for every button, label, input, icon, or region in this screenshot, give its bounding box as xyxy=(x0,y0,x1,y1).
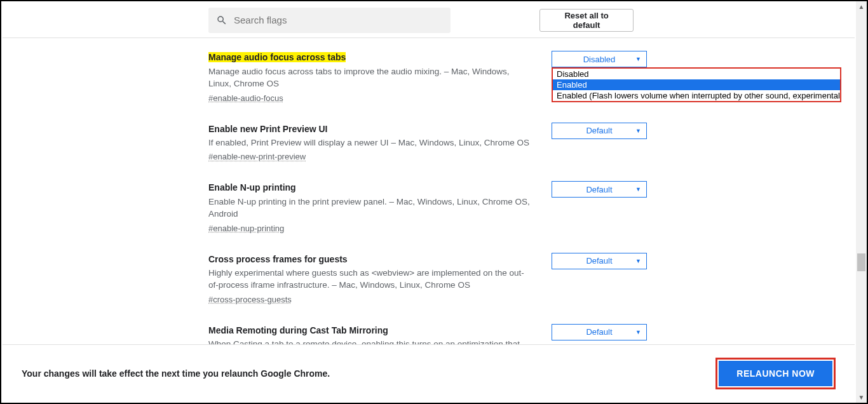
select-value: Default xyxy=(586,185,612,194)
flag-select-wrap: Default ▼ xyxy=(552,324,647,344)
flag-select[interactable]: Default ▼ xyxy=(552,253,647,269)
app-frame: Reset all to default Manage audio focus … xyxy=(0,0,868,404)
flag-select[interactable]: Default ▼ xyxy=(552,123,647,139)
flag-description: If enabled, Print Preview will display a… xyxy=(208,137,534,149)
caret-down-icon: ▼ xyxy=(635,258,641,264)
flag-select-wrap: Default ▼ xyxy=(552,253,647,306)
flag-description: Manage audio focus across tabs to improv… xyxy=(208,65,534,90)
flag-text: Enable new Print Preview UI If enabled, … xyxy=(208,123,552,164)
search-input[interactable] xyxy=(234,15,443,25)
search-icon xyxy=(216,15,227,26)
vertical-scrollbar[interactable]: ▲ ▼ xyxy=(856,1,867,403)
relaunch-button[interactable]: RELAUNCH NOW xyxy=(719,361,832,386)
flag-select[interactable]: Default ▼ xyxy=(552,181,647,198)
dropdown-item-disabled[interactable]: Disabled xyxy=(553,69,840,79)
flag-select-wrap: Default ▼ xyxy=(552,181,647,234)
flag-text: Media Remoting during Cast Tab Mirroring… xyxy=(208,324,552,344)
search-box[interactable] xyxy=(208,8,451,33)
flag-row: Cross process frames for guests Highly e… xyxy=(208,253,666,306)
flag-text: Cross process frames for guests Highly e… xyxy=(208,253,552,306)
flag-description: Enable N-up printing in the print previe… xyxy=(208,196,534,220)
flag-row: Manage audio focus across tabs Manage au… xyxy=(208,51,666,105)
flag-title: Enable new Print Preview UI xyxy=(208,123,534,135)
flag-select[interactable]: Disabled ▼ xyxy=(552,51,647,67)
scroll-up-icon[interactable]: ▲ xyxy=(856,1,867,12)
flag-row: Enable new Print Preview UI If enabled, … xyxy=(208,123,666,164)
flag-select[interactable]: Default ▼ xyxy=(552,324,647,340)
caret-down-icon: ▼ xyxy=(635,329,641,335)
flag-text: Enable N-up printing Enable N-up printin… xyxy=(208,181,552,234)
flag-select-wrap: Default ▼ xyxy=(552,123,647,164)
reset-button[interactable]: Reset all to default xyxy=(539,9,634,32)
content-viewport: Reset all to default Manage audio focus … xyxy=(3,3,855,344)
flag-row: Media Remoting during Cast Tab Mirroring… xyxy=(208,324,666,344)
caret-down-icon: ▼ xyxy=(635,128,641,134)
select-value: Default xyxy=(586,126,612,135)
dropdown-item-enabled[interactable]: Enabled xyxy=(553,79,840,90)
dropdown-item-enabled-flash[interactable]: Enabled (Flash lowers volume when interr… xyxy=(553,90,840,101)
flag-title: Cross process frames for guests xyxy=(208,253,534,266)
flag-tag[interactable]: #enable-audio-focus xyxy=(208,93,283,105)
flag-title: Enable N-up printing xyxy=(208,181,534,194)
flags-list: Manage audio focus across tabs Manage au… xyxy=(3,38,855,344)
footer-message: Your changes will take effect the next t… xyxy=(22,368,330,379)
caret-down-icon: ▼ xyxy=(635,186,641,192)
select-value: Default xyxy=(586,327,612,337)
scroll-down-icon[interactable]: ▼ xyxy=(856,392,867,403)
flag-tag[interactable]: #enable-new-print-preview xyxy=(208,151,306,163)
header-bar: Reset all to default xyxy=(3,3,855,38)
footer-bar: Your changes will take effect the next t… xyxy=(3,344,855,401)
flag-select-wrap: Disabled ▼ Disabled Enabled Enabled (Fla… xyxy=(552,51,647,105)
relaunch-highlight: RELAUNCH NOW xyxy=(715,358,836,389)
caret-down-icon: ▼ xyxy=(635,56,641,62)
scroll-thumb[interactable] xyxy=(857,253,865,271)
select-value: Disabled xyxy=(583,55,616,64)
flag-row: Enable N-up printing Enable N-up printin… xyxy=(208,181,666,234)
flag-title: Media Remoting during Cast Tab Mirroring xyxy=(208,324,534,337)
dropdown-panel: Disabled Enabled Enabled (Flash lowers v… xyxy=(552,67,841,102)
flag-title: Manage audio focus across tabs xyxy=(208,52,346,62)
flag-tag[interactable]: #enable-nup-printing xyxy=(208,223,284,235)
flag-description: Highly experimental where guests such as… xyxy=(208,267,534,292)
flag-text: Manage audio focus across tabs Manage au… xyxy=(208,51,552,105)
select-value: Default xyxy=(586,256,612,266)
flag-tag[interactable]: #cross-process-guests xyxy=(208,294,292,306)
flag-description: When Casting a tab to a remote device, e… xyxy=(208,338,534,344)
